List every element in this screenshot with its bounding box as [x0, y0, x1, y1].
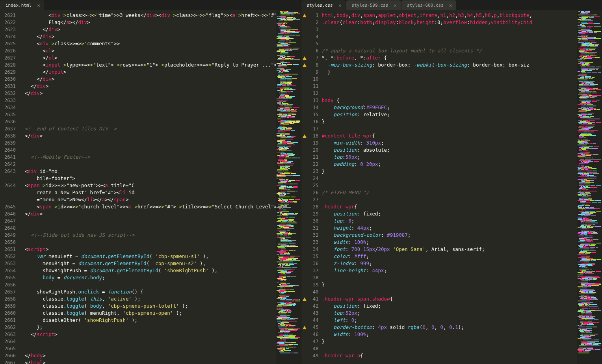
tab-bar-right: styles.css×styles-599.css×styles-600.css… — [301, 0, 602, 10]
minimap-right[interactable] — [577, 10, 602, 364]
warning-gutter — [301, 10, 308, 364]
editor-left[interactable]: 2621262226232624262526262627262826292630… — [0, 10, 301, 364]
tab-label: styles-599.css — [352, 3, 388, 8]
tab-label: styles.css — [307, 3, 333, 8]
warning-icon — [303, 297, 307, 301]
warning-icon — [303, 56, 307, 60]
split-container: index.html × 262126222623262426252626262… — [0, 0, 602, 364]
gutter-left: 2621262226232624262526262627262826292630… — [0, 10, 19, 364]
close-icon[interactable]: × — [449, 3, 452, 8]
tab-styles-600-css[interactable]: styles-600.css× — [401, 0, 456, 10]
right-pane: styles.css×styles-599.css×styles-600.css… — [301, 0, 602, 364]
code-area-right[interactable]: html,body,div,span,applet,object,iframe,… — [322, 10, 577, 364]
close-icon[interactable]: × — [394, 3, 397, 8]
editor-right[interactable]: 1234567891011121314151617181920212223242… — [301, 10, 602, 364]
warning-icon — [303, 134, 307, 138]
close-icon[interactable]: × — [37, 3, 40, 8]
left-pane: index.html × 262126222623262426252626262… — [0, 0, 301, 364]
tab-index-html[interactable]: index.html × — [0, 0, 44, 10]
tab-styles-css[interactable]: styles.css× — [301, 0, 346, 10]
warning-icon — [303, 14, 307, 17]
tab-bar-left: index.html × — [0, 0, 301, 10]
code-area-left[interactable]: <div >class>>=>>"time">>3 weeks</div><di… — [19, 10, 276, 364]
tab-label: styles-600.css — [407, 3, 444, 8]
gutter-right: 1234567891011121314151617181920212223242… — [308, 10, 322, 364]
minimap-left[interactable] — [276, 10, 301, 364]
warning-icon — [303, 326, 307, 329]
close-icon[interactable]: × — [338, 3, 342, 8]
warning-icon — [303, 63, 307, 67]
tab-styles-599-css[interactable]: styles-599.css× — [346, 0, 401, 10]
tab-label: index.html — [6, 3, 32, 8]
